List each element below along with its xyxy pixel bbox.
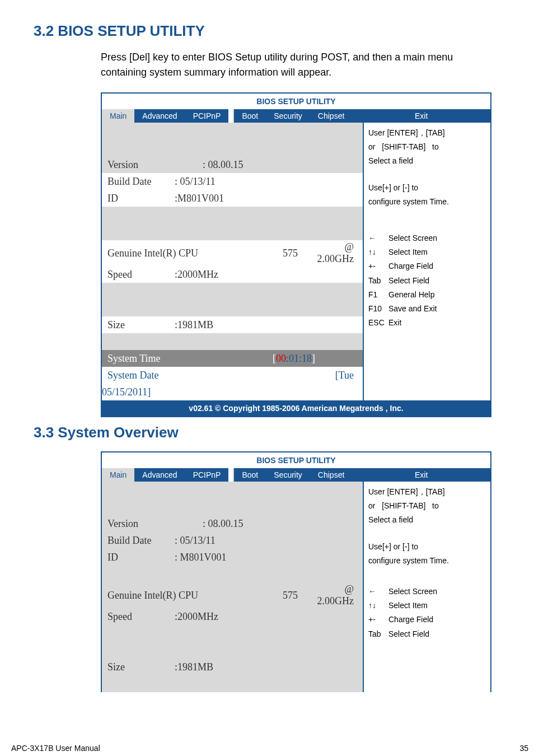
- help-key-4: F1: [368, 288, 388, 302]
- section-heading-33: 3.3 System Overview: [34, 424, 500, 441]
- bios-main-panel: Version : 08.00.15 Build Date : 05/13/11…: [102, 123, 363, 400]
- help2-key-3: Tab: [368, 627, 388, 641]
- help2-key-2: +-: [368, 613, 388, 627]
- system-time-row[interactable]: System Time [00:01:18]: [102, 350, 363, 367]
- help-key-0: ←: [368, 231, 388, 245]
- system-time-label: System Time: [107, 353, 231, 365]
- bios-tab-row: Main Advanced PCIPnP Boot Security Chips…: [102, 109, 490, 123]
- size-value: :1981MB: [175, 319, 213, 331]
- cpu-mid: 575: [247, 248, 309, 259]
- tab-boot-2[interactable]: Boot: [234, 468, 266, 482]
- system-time-value: [00:01:18]: [231, 353, 357, 365]
- bios-footer: v02.61 © Copyright 1985-2006 American Me…: [102, 400, 490, 416]
- size-label-2: Size: [107, 661, 175, 673]
- cpu-value-2: @ 2.00GHz: [309, 584, 357, 607]
- version-label: Version: [107, 159, 203, 171]
- help-label-0: Select Screen: [388, 231, 437, 245]
- help-key-3: Tab: [368, 274, 388, 288]
- id-label-2: ID: [107, 552, 175, 563]
- help-key-1: ↑↓: [368, 245, 388, 259]
- cpu-value: @ 2.00GHz: [309, 241, 357, 265]
- help-label-5: Save and Exit: [388, 302, 437, 316]
- help2-line-2c: to: [432, 501, 439, 510]
- version-label-2: Version: [107, 518, 203, 530]
- speed-value-2: :2000MHz: [175, 611, 218, 623]
- bios-help-panel: User [ENTER]，[TAB] or [SHIFT-TAB] to Sel…: [363, 123, 490, 400]
- help2-line-3: Select a field: [368, 513, 486, 527]
- system-date-label: System Date: [107, 370, 231, 381]
- help-line-5: configure system Time.: [368, 195, 486, 209]
- cpu-label-2: Genuine Intel(R) CPU: [107, 590, 247, 601]
- system-date-day: [Tue: [231, 370, 357, 381]
- tab-exit[interactable]: Exit: [352, 109, 490, 123]
- section-heading-32: 3.2 BIOS SETUP UTILITY: [34, 22, 500, 40]
- speed-label: Speed: [107, 269, 175, 281]
- help-key-5: F10: [368, 302, 388, 316]
- help-label-6: Exit: [388, 316, 401, 330]
- tab-main-2[interactable]: Main: [102, 468, 134, 482]
- help2-label-0: Select Screen: [388, 585, 437, 599]
- help-line-3: Select a field: [368, 154, 486, 168]
- tab-exit-2[interactable]: Exit: [352, 468, 490, 482]
- help-line-1: User [ENTER]，[TAB]: [368, 126, 486, 140]
- tab-advanced-2[interactable]: Advanced: [134, 468, 185, 482]
- help2-label-3: Select Field: [388, 627, 429, 641]
- tab-chipset[interactable]: Chipset: [310, 109, 352, 123]
- tab-pcipnp[interactable]: PCIPnP: [185, 109, 229, 123]
- tab-main[interactable]: Main: [102, 109, 134, 123]
- build-date-label: Build Date: [107, 176, 175, 188]
- help-line-2c: to: [432, 142, 439, 151]
- build-date-value: : 05/13/11: [175, 176, 216, 188]
- tab-pcipnp-2[interactable]: PCIPnP: [185, 468, 229, 482]
- bios-title: BIOS SETUP UTILITY: [102, 94, 490, 109]
- help-label-3: Select Field: [388, 274, 429, 288]
- help2-line-2b: [SHIFT-TAB]: [382, 501, 425, 510]
- bios-help-panel-2: User [ENTER]，[TAB] or [SHIFT-TAB] to Sel…: [363, 482, 490, 692]
- bios-setup-box-1: BIOS SETUP UTILITY Main Advanced PCIPnP …: [101, 92, 491, 417]
- tab-security[interactable]: Security: [266, 109, 310, 123]
- help2-line-4: Use[+] or [-] to: [368, 540, 486, 554]
- help-line-2a: or: [368, 142, 375, 151]
- build-date-value-2: : 05/13/11: [175, 535, 216, 547]
- intro-paragraph: Press [Del] key to enter BIOS Setup util…: [34, 50, 500, 80]
- bios-main-panel-2: Version : 08.00.15 Build Date : 05/13/11…: [102, 482, 363, 692]
- cpu-mid-2: 575: [247, 590, 309, 601]
- help2-label-1: Select Item: [388, 599, 428, 613]
- speed-value: :2000MHz: [175, 269, 218, 281]
- help2-label-2: Charge Field: [388, 613, 433, 627]
- id-value-2: : M801V001: [175, 552, 227, 563]
- help2-line-2a: or: [368, 501, 375, 510]
- speed-label-2: Speed: [107, 611, 175, 623]
- help-label-2: Charge Field: [388, 259, 433, 273]
- tab-advanced[interactable]: Advanced: [134, 109, 185, 123]
- id-label: ID: [107, 193, 175, 204]
- tab-chipset-2[interactable]: Chipset: [310, 468, 352, 482]
- page-number: 35: [519, 744, 534, 753]
- help2-key-0: ←: [368, 585, 388, 599]
- cpu-label: Genuine Intel(R) CPU: [107, 248, 247, 259]
- tab-boot[interactable]: Boot: [234, 109, 266, 123]
- help2-key-1: ↑↓: [368, 599, 388, 613]
- version-value-2: : 08.00.15: [203, 518, 243, 530]
- help-label-4: General Help: [388, 288, 435, 302]
- help-line-2b: [SHIFT-TAB]: [382, 142, 425, 151]
- tab-security-2[interactable]: Security: [266, 468, 310, 482]
- help-label-1: Select Item: [388, 245, 428, 259]
- help-key-6: ESC: [368, 316, 388, 330]
- size-label: Size: [107, 319, 175, 331]
- bios-setup-box-2: BIOS SETUP UTILITY Main Advanced PCIPnP …: [101, 451, 491, 692]
- help-line-4: Use[+] or [-] to: [368, 181, 486, 195]
- system-date-value: 05/15/2011]: [102, 386, 151, 398]
- size-value-2: :1981MB: [175, 661, 213, 673]
- id-value: :M801V001: [175, 193, 224, 204]
- footer-left: APC-3X17B User Manual: [0, 744, 100, 753]
- bios-tab-row-2: Main Advanced PCIPnP Boot Security Chips…: [102, 468, 490, 482]
- build-date-label-2: Build Date: [107, 535, 175, 547]
- help-key-2: +-: [368, 259, 388, 273]
- system-date-row[interactable]: System Date [Tue: [102, 367, 363, 384]
- help2-line-1: User [ENTER]，[TAB]: [368, 485, 486, 499]
- bios-title-2: BIOS SETUP UTILITY: [102, 452, 490, 468]
- help2-line-5: configure system Time.: [368, 554, 486, 568]
- version-value: : 08.00.15: [203, 159, 243, 171]
